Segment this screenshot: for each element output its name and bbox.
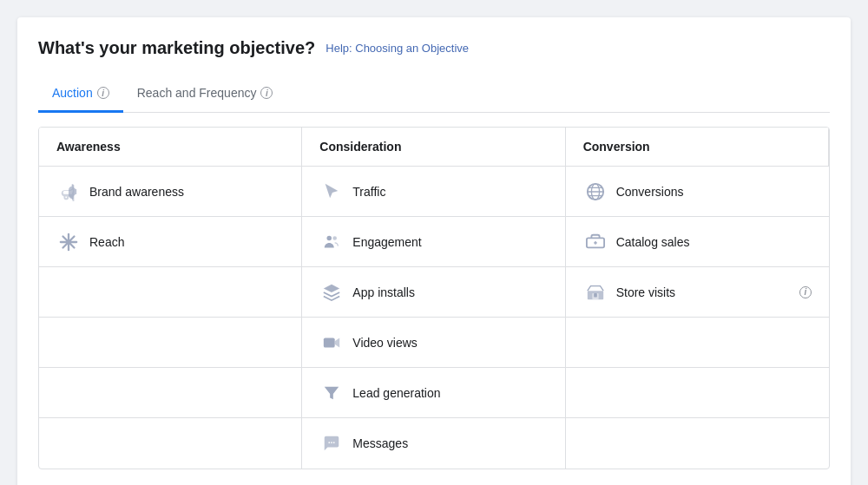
tab-reach-frequency-label: Reach and Frequency: [137, 86, 257, 100]
megaphone-icon: [56, 180, 81, 204]
conversion-empty-2: [566, 368, 829, 418]
store-icon: [583, 280, 608, 305]
store-visits-info-icon[interactable]: i: [799, 286, 812, 298]
conversion-header: Conversion: [566, 128, 829, 167]
objective-reach[interactable]: Reach: [39, 217, 302, 267]
tab-reach-frequency-info-icon[interactable]: i: [260, 87, 273, 99]
help-link[interactable]: Help: Choosing an Objective: [326, 42, 469, 55]
objective-traffic[interactable]: Traffic: [302, 167, 565, 217]
objective-conversions[interactable]: Conversions: [566, 167, 829, 217]
svg-point-3: [329, 442, 331, 443]
main-container: What's your marketing objective? Help: C…: [17, 17, 851, 485]
svg-point-1: [333, 236, 338, 240]
svg-rect-16: [594, 292, 597, 297]
tab-auction-info-icon[interactable]: i: [97, 87, 109, 99]
funnel-icon: [319, 381, 344, 405]
reach-label: Reach: [89, 235, 124, 249]
speech-icon: [319, 431, 344, 456]
awareness-empty-1: [39, 267, 302, 318]
store-visits-label: Store visits: [616, 285, 675, 299]
video-icon: [319, 331, 344, 355]
conversions-label: Conversions: [616, 185, 684, 199]
column-consideration: Consideration Traffic: [302, 128, 565, 469]
conversion-empty-1: [566, 318, 829, 368]
video-views-label: Video views: [352, 336, 417, 350]
lead-generation-label: Lead generation: [352, 386, 440, 400]
page-title: What's your marketing objective?: [38, 38, 315, 58]
cursor-icon: [319, 180, 344, 204]
awareness-empty-2: [39, 318, 302, 368]
page-title-row: What's your marketing objective? Help: C…: [38, 38, 830, 58]
store-visits-left: Store visits: [583, 280, 675, 305]
tab-reach-frequency[interactable]: Reach and Frequency i: [123, 75, 287, 113]
column-conversion: Conversion Conversions: [566, 128, 829, 469]
asterisk-icon: [56, 230, 81, 254]
objective-video-views[interactable]: Video views: [302, 318, 565, 368]
awareness-header: Awareness: [39, 128, 302, 167]
objective-engagement[interactable]: Engagement: [302, 217, 565, 267]
objective-catalog-sales[interactable]: Catalog sales: [566, 217, 829, 267]
app-installs-label: App installs: [352, 285, 415, 299]
people-icon: [319, 230, 344, 254]
svg-point-0: [327, 235, 332, 240]
objective-store-visits[interactable]: Store visits i: [566, 267, 829, 318]
conversion-empty-3: [566, 418, 829, 469]
objective-messages[interactable]: Messages: [302, 418, 565, 469]
box-icon: [319, 280, 344, 305]
tab-auction-label: Auction: [52, 86, 93, 100]
traffic-label: Traffic: [352, 185, 385, 199]
objective-brand-awareness[interactable]: Brand awareness: [39, 167, 302, 217]
tab-auction[interactable]: Auction i: [38, 75, 123, 113]
objective-app-installs[interactable]: App installs: [302, 267, 565, 318]
column-awareness: Awareness Brand awareness Reach: [39, 128, 302, 469]
cart-icon: [583, 230, 608, 254]
objectives-grid: Awareness Brand awareness Reach: [38, 127, 830, 469]
engagement-label: Engagement: [352, 235, 421, 249]
svg-point-5: [333, 442, 335, 443]
globe-icon: [583, 180, 608, 204]
brand-awareness-label: Brand awareness: [89, 185, 184, 199]
svg-point-4: [331, 442, 332, 443]
awareness-empty-4: [39, 418, 302, 469]
svg-rect-2: [324, 338, 335, 347]
messages-label: Messages: [352, 436, 408, 450]
awareness-empty-3: [39, 368, 302, 418]
catalog-sales-label: Catalog sales: [616, 235, 690, 249]
tabs-bar: Auction i Reach and Frequency i: [38, 75, 830, 113]
consideration-header: Consideration: [302, 128, 565, 167]
objective-lead-generation[interactable]: Lead generation: [302, 368, 565, 418]
